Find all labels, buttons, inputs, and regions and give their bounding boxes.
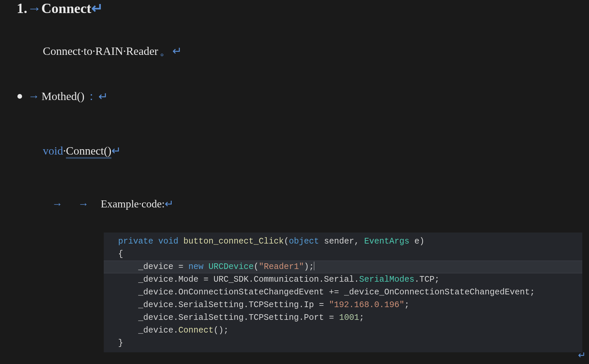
code-line-6: _device.SerialSetting.TCPSetting.Ip = "1… <box>104 299 582 311</box>
token-plain: ; <box>404 300 409 310</box>
code-line-3: _device = new URCDevice("Reader1"); <box>104 261 582 273</box>
text-caret-icon <box>314 262 314 270</box>
space-dot-icon: · <box>81 45 84 57</box>
heading-number: 1. <box>17 1 27 16</box>
token-string: "Reader1" <box>259 262 304 272</box>
token-keyword: new <box>188 262 203 272</box>
token-plain: ; <box>359 313 364 323</box>
colon-fullwidth-icon: ： <box>86 89 97 104</box>
method-bullet-line: → Mothed()：↵ <box>17 89 108 104</box>
example-word-0: Example <box>101 198 139 210</box>
token-function: Connect <box>178 326 214 335</box>
token-plain: } <box>118 338 123 348</box>
return-icon: ↵ <box>578 350 586 361</box>
token-plain: ( <box>284 237 289 246</box>
token-plain: _device.SerialSetting.TCPSetting.Ip = <box>138 300 329 310</box>
return-icon: ↵ <box>91 1 103 16</box>
return-icon: ↵ <box>111 145 121 157</box>
intro-word-2: RAIN <box>95 45 123 57</box>
example-label-line: → → Example·code:↵ <box>52 197 174 210</box>
return-icon: ↵ <box>98 90 108 103</box>
period-fullwidth-icon: 。 <box>160 45 171 57</box>
token-plain: _device.SerialSetting.TCPSetting.Port = <box>138 313 339 323</box>
token-plain: _device = <box>138 262 188 272</box>
example-word-1: code <box>142 198 162 210</box>
token-plain: _device.Mode = URC_SDK.Communication.Ser… <box>138 275 359 284</box>
heading-title: Connect <box>41 1 91 16</box>
return-icon: ↵ <box>172 45 182 57</box>
tab-arrow-icon: → <box>28 90 39 103</box>
method-label-name: Mothed <box>41 90 77 103</box>
token-type: EventArgs <box>364 237 409 246</box>
code-line-4: _device.Mode = URC_SDK.Communication.Ser… <box>104 273 582 286</box>
token-plain: _device. <box>138 326 178 335</box>
document-page: 1.→Connect↵ Connect·to·RAIN·Reader。↵ → M… <box>0 0 589 364</box>
code-line-9: } <box>104 337 582 350</box>
token-number: 1001 <box>339 313 359 323</box>
token-plain: ) <box>419 237 424 246</box>
token-type: URCDevice <box>208 262 254 272</box>
intro-line: Connect·to·RAIN·Reader。↵ <box>43 43 182 59</box>
tab-arrow-icon: → <box>78 198 98 210</box>
intro-word-1: to <box>84 45 92 57</box>
token-indent <box>118 262 138 272</box>
token-keyword: void <box>158 237 178 246</box>
intro-word-3: Reader <box>126 45 158 57</box>
keyword-void: void <box>43 145 63 157</box>
token-keyword: object <box>289 237 319 246</box>
bullet-icon <box>17 94 22 99</box>
code-line-1: private void button_connect_Click(object… <box>104 235 582 248</box>
signature-name: Connect() <box>66 145 111 159</box>
code-line-5: _device.OnConnectionStateChangedEvent +=… <box>104 286 582 299</box>
token-indent <box>118 326 138 335</box>
token-plain: .TCP; <box>414 275 439 284</box>
code-line-7: _device.SerialSetting.TCPSetting.Port = … <box>104 311 582 324</box>
code-line-2: { <box>104 248 582 261</box>
tab-arrow-icon: → <box>27 1 41 16</box>
space-dot-icon: · <box>92 45 95 57</box>
token-plain: { <box>118 249 123 259</box>
code-block: private void button_connect_Click(object… <box>104 233 582 352</box>
intro-word-0: Connect <box>43 45 81 57</box>
token-plain: ( <box>254 262 259 272</box>
token-type: SerialModes <box>359 275 414 284</box>
method-label-paren: () <box>77 90 85 103</box>
token-indent <box>118 300 138 310</box>
token-keyword: private <box>118 237 153 246</box>
example-colon: : <box>162 198 165 210</box>
heading-line: 1.→Connect↵ <box>17 0 103 16</box>
token-string: "192.168.0.196" <box>329 300 404 310</box>
token-function: button_connect_Click <box>183 237 284 246</box>
token-indent <box>118 275 138 284</box>
token-plain: _device.OnConnectionStateChangedEvent +=… <box>138 287 535 297</box>
token-plain: (); <box>214 326 229 335</box>
space-dot-icon: · <box>139 198 142 210</box>
token-indent <box>118 313 138 323</box>
token-plain: sender, <box>319 237 364 246</box>
token-plain: e <box>409 237 419 246</box>
tab-arrow-icon: → <box>52 198 75 210</box>
return-icon: ↵ <box>165 198 174 210</box>
signature-line: void·Connect()↵ <box>43 144 121 157</box>
token-indent <box>118 287 138 297</box>
token-plain: ); <box>304 262 314 272</box>
code-line-8: _device.Connect(); <box>104 324 582 337</box>
space-dot-icon: · <box>63 145 66 157</box>
token-plain <box>203 262 208 272</box>
